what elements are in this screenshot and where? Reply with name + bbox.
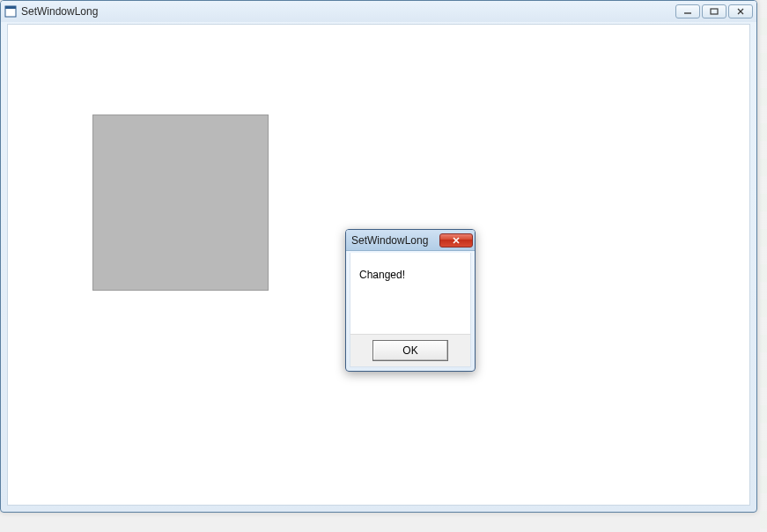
message-box-titlebar[interactable]: SetWindowLong — [346, 230, 475, 251]
ok-button[interactable]: OK — [372, 340, 448, 361]
minimize-button[interactable] — [675, 4, 700, 18]
close-button[interactable] — [728, 4, 753, 18]
maximize-button[interactable] — [702, 4, 726, 18]
svg-rect-1 — [5, 6, 16, 9]
ok-button-label: OK — [402, 344, 417, 357]
main-titlebar[interactable]: SetWindowLong — [1, 1, 756, 22]
message-box-title: SetWindowLong — [351, 234, 439, 247]
message-box-body: Changed! — [350, 253, 471, 334]
svg-rect-3 — [711, 9, 718, 14]
main-window: SetWindowLong SetWindowLong — [0, 0, 757, 513]
client-area: SetWindowLong Changed! OK — [7, 24, 750, 506]
window-controls — [675, 4, 753, 18]
message-box-footer: OK — [350, 334, 471, 367]
main-window-title: SetWindowLong — [21, 5, 98, 18]
message-box-text: Changed! — [359, 269, 405, 281]
message-box-close-button[interactable] — [439, 233, 473, 248]
background-editor-hint — [760, 0, 767, 532]
message-box: SetWindowLong Changed! OK — [345, 229, 476, 372]
app-icon — [4, 5, 17, 18]
child-panel — [92, 115, 269, 291]
